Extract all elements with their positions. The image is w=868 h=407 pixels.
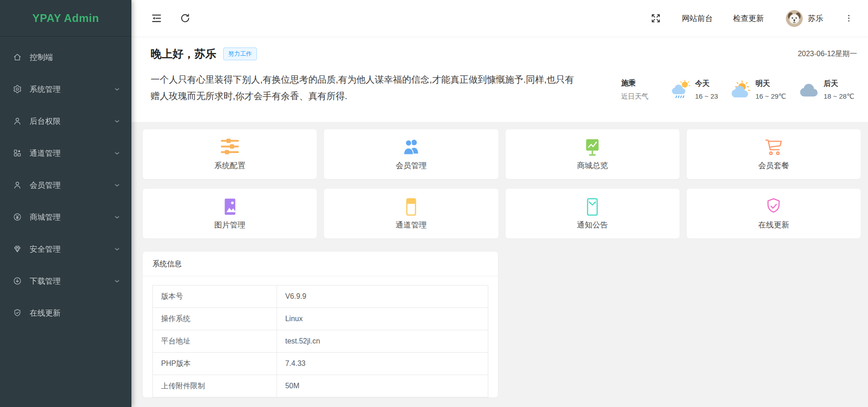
sidebar-item-system[interactable]: 系统管理: [0, 73, 131, 105]
main-area: 网站前台 检查更新 苏乐 晚上好，苏乐 努力工作 2023-06-12星期一 一…: [131, 0, 868, 407]
info-label: 平台地址: [153, 330, 277, 353]
sidebar-item-label: 控制端: [30, 52, 53, 63]
chevron-down-icon: [114, 278, 120, 285]
table-row: PHP版本 7.4.33: [153, 353, 488, 375]
info-value: test.52jl.cn: [277, 330, 488, 353]
weather-day-today: 今天 16 ~ 23: [669, 79, 718, 100]
download-icon: [13, 276, 22, 285]
sliders-icon: [219, 138, 241, 157]
cart-icon: [763, 138, 784, 157]
site-frontend-link[interactable]: 网站前台: [682, 13, 713, 24]
sun-cloud-icon: [730, 79, 753, 100]
weather-city-block: 施秉 近日天气: [621, 79, 648, 101]
weather-day-temp: 18 ~ 28℃: [824, 92, 854, 100]
weather-day-temp: 16 ~ 29℃: [755, 92, 786, 100]
sidebar-item-mall[interactable]: 商城管理: [0, 201, 131, 233]
sidebar-item-security[interactable]: 安全管理: [0, 233, 131, 265]
panel-title: 系统信息: [143, 252, 498, 276]
weather-day-label: 今天: [695, 79, 718, 89]
shortcut-label: 通道管理: [396, 220, 427, 230]
sidebar-item-label: 会员管理: [30, 180, 61, 190]
info-label: PHP版本: [153, 353, 277, 375]
cloud-icon: [798, 79, 822, 100]
gear-icon: [13, 85, 22, 94]
sidebar-item-label: 系统管理: [30, 84, 61, 95]
shortcut-online-update[interactable]: 在线更新: [687, 189, 861, 238]
user-icon: [13, 180, 22, 190]
info-value: 50M: [277, 375, 488, 397]
chevron-down-icon: [114, 118, 120, 125]
more-menu-icon[interactable]: [844, 12, 853, 24]
table-row: 版本号 V6.9.9: [153, 285, 488, 308]
window-icon: [402, 197, 421, 217]
user-menu[interactable]: 苏乐: [786, 10, 823, 27]
weather-subtitle: 近日天气: [621, 92, 648, 101]
table-row: 上传附件限制 50M: [153, 375, 488, 397]
table-row: 操作系统 Linux: [153, 308, 488, 330]
shortcut-label: 在线更新: [758, 220, 789, 230]
shortcut-mall-overview[interactable]: 商城总览: [506, 129, 680, 179]
sidebar-item-admin-auth[interactable]: 后台权限: [0, 105, 131, 137]
weather-day-temp: 16 ~ 23: [695, 92, 718, 100]
greeting-panel: 晚上好，苏乐 努力工作 2023-06-12星期一 一个人只有心里装得下别人,有…: [131, 37, 868, 122]
daily-quote: 一个人只有心里装得下别人,有换位思考的品质,有为他人谋幸福的信念,才能真正做到慷…: [151, 71, 580, 104]
weather-widget: 施秉 近日天气 今天 16 ~ 23: [621, 75, 857, 104]
shield-check-icon: [13, 308, 22, 317]
username: 苏乐: [808, 13, 823, 24]
status-badge: 努力工作: [223, 48, 257, 60]
weather-day-label: 后天: [824, 79, 854, 89]
user-icon: [13, 116, 22, 126]
check-update-link[interactable]: 检查更新: [733, 13, 764, 24]
info-label: 版本号: [153, 285, 277, 308]
sidebar-item-members[interactable]: 会员管理: [0, 169, 131, 201]
shortcut-label: 系统配置: [214, 160, 246, 171]
current-date: 2023-06-12星期一: [798, 49, 857, 59]
sidebar-item-label: 通道管理: [30, 148, 61, 159]
info-label: 上传附件限制: [153, 375, 277, 397]
greeting-title: 晚上好，苏乐: [151, 47, 216, 61]
weather-day-label: 明天: [755, 79, 786, 89]
system-info-panel: 系统信息 版本号 V6.9.9 操作系统 Linux 平台地址 test.52j…: [143, 252, 498, 397]
shortcut-member-manage[interactable]: 会员管理: [324, 129, 498, 179]
yen-circle-icon: [13, 212, 22, 222]
sidebar-item-online-update[interactable]: 在线更新: [0, 297, 131, 329]
shortcut-label: 会员套餐: [758, 160, 789, 171]
sidebar: YPAY Admin 控制端 系统管理 后台权限 通道管理 会员管理: [0, 0, 131, 407]
chevron-down-icon: [114, 182, 120, 189]
sidebar-item-dashboard[interactable]: 控制端: [0, 41, 131, 73]
table-row: 平台地址 test.52jl.cn: [153, 330, 488, 353]
chart-board-icon: [583, 138, 602, 157]
refresh-icon[interactable]: [179, 12, 191, 24]
info-value: Linux: [277, 308, 488, 330]
shortcut-label: 会员管理: [396, 160, 427, 171]
sidebar-item-downloads[interactable]: 下载管理: [0, 265, 131, 297]
sidebar-item-label: 后台权限: [30, 116, 61, 127]
sidebar-item-channel[interactable]: 通道管理: [0, 137, 131, 169]
sidebar-item-label: 安全管理: [30, 244, 61, 254]
system-info-table: 版本号 V6.9.9 操作系统 Linux 平台地址 test.52jl.cn …: [152, 285, 488, 397]
app-logo: YPAY Admin: [0, 0, 131, 37]
image-icon: [220, 197, 240, 217]
sidebar-item-label: 下载管理: [30, 276, 61, 286]
info-label: 操作系统: [153, 308, 277, 330]
topbar: 网站前台 检查更新 苏乐: [131, 0, 868, 37]
content-area: 系统配置 会员管理 商城总览 会员套餐 图片管理 通道管理: [131, 122, 868, 407]
info-value: V6.9.9: [277, 285, 488, 308]
chevron-down-icon: [114, 86, 120, 93]
chevron-down-icon: [114, 150, 120, 157]
avatar: [786, 10, 803, 27]
shortcut-notice[interactable]: 通知公告: [506, 189, 680, 238]
sidebar-item-label: 在线更新: [30, 308, 61, 318]
fullscreen-icon[interactable]: [650, 12, 662, 24]
shortcut-member-package[interactable]: 会员套餐: [687, 129, 861, 179]
shortcut-system-config[interactable]: 系统配置: [143, 129, 317, 179]
shortcut-image-manage[interactable]: 图片管理: [143, 189, 317, 238]
collapse-sidebar-icon[interactable]: [151, 12, 162, 24]
chevron-down-icon: [114, 214, 120, 221]
shortcut-label: 商城总览: [577, 160, 608, 171]
mail-icon: [583, 197, 602, 217]
shortcut-grid: 系统配置 会员管理 商城总览 会员套餐 图片管理 通道管理: [143, 129, 861, 238]
shortcut-channel-manage[interactable]: 通道管理: [324, 189, 498, 238]
sidebar-item-label: 商城管理: [30, 212, 61, 222]
home-icon: [13, 53, 22, 62]
